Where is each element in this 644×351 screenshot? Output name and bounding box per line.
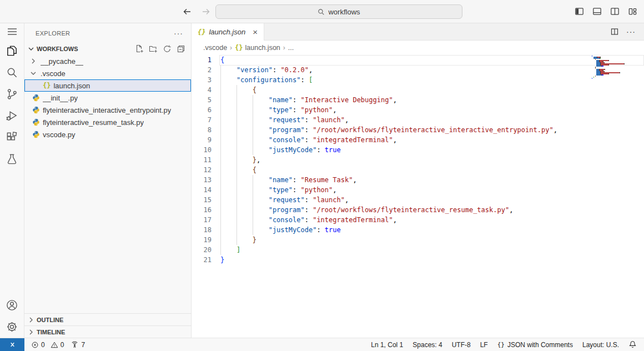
tab-launch-json[interactable]: {} launch.json × [192, 23, 264, 40]
code-line-7[interactable]: 7"request": "launch", [192, 115, 644, 125]
collapse-all-icon [177, 44, 185, 53]
status-keyboard-layout[interactable]: Layout: U.S. [582, 341, 619, 349]
new-folder-icon [149, 44, 158, 53]
chevron-right-icon [29, 57, 38, 66]
indent-guide [237, 135, 253, 145]
new-folder-button[interactable] [149, 44, 158, 53]
code-editor[interactable]: 1{2"version": "0.2.0",3"configurations":… [192, 55, 644, 338]
code-line-15[interactable]: 15"request": "launch", [192, 195, 644, 205]
workbench: EXPLORER ··· WORKFLOWS [0, 23, 644, 338]
code-text: } [212, 235, 256, 245]
split-editor-button[interactable] [610, 27, 619, 36]
editor-more-actions-button[interactable]: ··· [626, 27, 636, 36]
code-line-13[interactable]: 13"name": "Resume Task", [192, 175, 644, 185]
code-line-10[interactable]: 10"justMyCode": true [192, 145, 644, 155]
outline-section-header[interactable]: OUTLINE [24, 313, 191, 325]
toggle-panel-button[interactable] [592, 7, 602, 16]
code-line-4[interactable]: 4{ [192, 85, 644, 95]
code-line-18[interactable]: 18"justMyCode": true [192, 225, 644, 235]
indent-guide [220, 155, 237, 165]
chevron-right-icon [27, 328, 36, 337]
code-line-21[interactable]: 21} [192, 255, 644, 265]
code-line-17[interactable]: 17"console": "integratedTerminal", [192, 215, 644, 225]
activity-explorer-button[interactable] [0, 40, 24, 62]
breadcrumb-item-vscode[interactable]: .vscode [203, 44, 227, 52]
breadcrumb-item-launch-json[interactable]: {}launch.json [235, 44, 280, 52]
customize-layout-button[interactable] [628, 7, 637, 16]
tree-item-launch-json[interactable]: {}launch.json [24, 79, 191, 92]
status-line-col[interactable]: Ln 1, Col 1 [371, 341, 403, 349]
new-file-button[interactable] [135, 44, 144, 53]
file-label: launch.json [53, 82, 90, 90]
tree-item-vscode-py[interactable]: vscode.py [24, 128, 191, 141]
toggle-primary-sidebar-button[interactable] [575, 7, 584, 16]
breadcrumb-item-[interactable]: ... [288, 44, 294, 52]
indent-guide [237, 85, 253, 95]
status-encoding[interactable]: UTF-8 [452, 341, 471, 349]
indent-guide [220, 135, 237, 145]
settings-button[interactable] [0, 316, 24, 338]
code-line-20[interactable]: 20] [192, 245, 644, 255]
account-button[interactable] [0, 294, 24, 316]
command-center-search[interactable]: workflows [215, 4, 462, 19]
tree-item-init-py[interactable]: __init__.py [24, 92, 191, 104]
refresh-explorer-button[interactable] [163, 44, 172, 53]
account-icon [6, 299, 18, 312]
tree-item-pycache[interactable]: __pycache__ [24, 55, 191, 67]
indent-guide [253, 185, 269, 195]
tab-close-button[interactable]: × [253, 28, 258, 36]
file-label: flyteinteractive_resume_task.py [43, 118, 144, 127]
collapse-folders-button[interactable] [177, 44, 185, 53]
sidebar-bottom-sections: OUTLINETIMELINE [24, 313, 191, 338]
status-label: LF [480, 341, 488, 349]
file-label: flyteinteractive_interactive_entrypoint.… [43, 106, 171, 114]
code-line-2[interactable]: 2"version": "0.2.0", [192, 65, 644, 75]
menu-button[interactable] [0, 23, 24, 40]
ports-indicator[interactable]: 7 [71, 340, 85, 349]
indent-guide [220, 205, 237, 215]
activity-testing-button[interactable] [0, 148, 24, 170]
code-line-5[interactable]: 5"name": "Interactive Debugging", [192, 95, 644, 105]
timeline-section-header[interactable]: TIMELINE [24, 325, 191, 338]
workflows-section-header[interactable]: WORKFLOWS [24, 43, 191, 55]
extensions-icon [6, 131, 18, 144]
activity-source-control-button[interactable] [0, 83, 24, 105]
code-line-1[interactable]: 1{ [192, 55, 644, 65]
indent-guide [220, 85, 237, 95]
broadcast-icon [71, 340, 79, 349]
tree-item-vscode[interactable]: .vscode [24, 67, 191, 79]
status-notifications[interactable] [628, 340, 637, 349]
toggle-secondary-sidebar-button[interactable] [610, 7, 620, 16]
code-line-19[interactable]: 19} [192, 235, 644, 245]
code-line-6[interactable]: 6"type": "python", [192, 105, 644, 115]
indent-guide [237, 185, 253, 195]
status-language-mode[interactable]: {}JSON with Comments [497, 341, 573, 349]
back-button[interactable] [182, 7, 192, 16]
code-line-12[interactable]: 12{ [192, 165, 644, 175]
code-line-16[interactable]: 16"program": "/root/workflows/flyteinter… [192, 205, 644, 215]
problems-indicator[interactable]: 0 0 [31, 341, 64, 349]
code-line-3[interactable]: 3"configurations": [ [192, 75, 644, 85]
explorer-more-actions-button[interactable]: ··· [174, 29, 183, 38]
indent-guide [237, 215, 253, 225]
activity-run-debug-button[interactable] [0, 105, 24, 127]
code-line-14[interactable]: 14"type": "python", [192, 185, 644, 195]
tree-item-flyteinteractive-interactive-entrypoint-py[interactable]: flyteinteractive_interactive_entrypoint.… [24, 104, 191, 116]
code-line-9[interactable]: 9"console": "integratedTerminal", [192, 135, 644, 145]
line-number: 4 [192, 85, 212, 95]
status-eol[interactable]: LF [480, 341, 488, 349]
indent-guide [253, 175, 269, 185]
tree-item-flyteinteractive-resume-task-py[interactable]: flyteinteractive_resume_task.py [24, 116, 191, 128]
menu-icon [7, 27, 18, 37]
chevron-down-icon [27, 44, 36, 53]
minimap[interactable] [592, 56, 637, 79]
code-line-11[interactable]: 11}, [192, 155, 644, 165]
code-line-8[interactable]: 8"program": "/root/workflows/flyteintera… [192, 125, 644, 135]
status-indentation[interactable]: Spaces: 4 [412, 341, 442, 349]
forward-button[interactable] [201, 7, 211, 16]
indent-guide [253, 195, 269, 205]
activity-extensions-button[interactable] [0, 127, 24, 148]
remote-indicator[interactable] [0, 338, 24, 351]
file-label: __pycache__ [41, 57, 83, 66]
activity-search-button[interactable] [0, 62, 24, 83]
